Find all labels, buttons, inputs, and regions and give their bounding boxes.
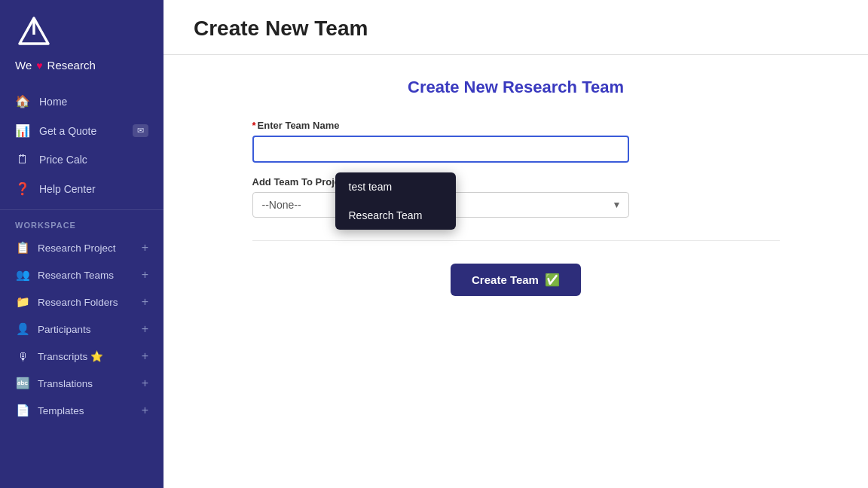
translations-icon: 🔤	[15, 377, 30, 390]
required-marker: *	[252, 120, 256, 131]
brand-text-we: We	[15, 59, 32, 72]
sidebar-nav: 🏠 Home 📊 Get a Quote ✉ 🗒 Price Calc ❓ He…	[0, 84, 164, 206]
create-team-button[interactable]: Create Team ✅	[451, 264, 581, 296]
sidebar-item-research-folders-label: Research Folders	[38, 297, 118, 308]
translations-add-btn[interactable]: +	[142, 377, 148, 390]
sidebar-item-research-folders[interactable]: 📁 Research Folders +	[0, 288, 164, 316]
add-team-label: Add Team To Project	[252, 176, 780, 188]
sidebar-item-help-center[interactable]: ❓ Help Center	[0, 174, 164, 203]
sidebar-item-participants[interactable]: 👤 Participants +	[0, 316, 164, 343]
form-container: Create New Research Team *Enter Team Nam…	[252, 78, 780, 296]
sidebar-item-price-calc[interactable]: 🗒 Price Calc	[0, 145, 164, 174]
team-name-group: *Enter Team Name test team Research Team	[252, 120, 780, 163]
create-btn-label: Create Team	[472, 273, 539, 286]
calc-icon: 🗒	[15, 153, 30, 166]
home-icon: 🏠	[15, 94, 30, 108]
autocomplete-item-research-team[interactable]: Research Team	[335, 201, 456, 230]
check-icon: ✅	[545, 273, 560, 287]
sidebar-item-quote-label: Get a Quote	[39, 125, 96, 137]
page-title: Create New Team	[194, 17, 838, 41]
sidebar: We ♥ Research 🏠 Home 📊 Get a Quote ✉ 🗒 P…	[0, 0, 164, 488]
transcripts-icon: 🎙	[15, 350, 30, 363]
transcripts-add-btn[interactable]: +	[142, 349, 148, 363]
form-heading: Create New Research Team	[252, 78, 780, 97]
research-teams-add-btn[interactable]: +	[142, 268, 148, 282]
sidebar-item-home-label: Home	[39, 96, 67, 108]
sidebar-item-research-teams[interactable]: 👥 Research Teams +	[0, 261, 164, 288]
add-team-project-group: Add Team To Project --None-- test team R…	[252, 176, 780, 218]
help-icon: ❓	[15, 181, 30, 196]
workspace-section-label: WORKSPACE	[0, 209, 164, 234]
participants-icon: 👤	[15, 322, 30, 336]
research-project-add-btn[interactable]: +	[142, 241, 148, 255]
research-folders-add-btn[interactable]: +	[142, 295, 148, 309]
templates-icon: 📄	[15, 404, 30, 417]
sidebar-item-research-teams-label: Research Teams	[38, 270, 114, 281]
page-header: Create New Team	[164, 0, 868, 55]
research-folders-icon: 📁	[15, 295, 30, 309]
sidebar-item-transcripts-label: Transcripts ⭐	[38, 350, 103, 362]
templates-add-btn[interactable]: +	[142, 404, 148, 417]
sidebar-item-transcripts[interactable]: 🎙 Transcripts ⭐ +	[0, 343, 164, 370]
autocomplete-item-test-team[interactable]: test team	[335, 172, 456, 201]
main-content: Create New Team Create New Research Team…	[164, 0, 868, 488]
create-btn-container: Create Team ✅	[252, 264, 780, 296]
sidebar-item-templates-label: Templates	[38, 405, 84, 416]
logo-icon	[15, 14, 53, 51]
sidebar-item-templates[interactable]: 📄 Templates +	[0, 397, 164, 424]
chart-icon: 📊	[15, 124, 30, 138]
sidebar-item-help-label: Help Center	[39, 183, 96, 195]
participants-add-btn[interactable]: +	[142, 322, 148, 336]
page-content: Create New Research Team *Enter Team Nam…	[164, 55, 868, 488]
divider	[252, 240, 780, 241]
sidebar-item-research-project[interactable]: 📋 Research Project +	[0, 234, 164, 261]
sidebar-item-translations[interactable]: 🔤 Translations +	[0, 370, 164, 397]
heart-icon: ♥	[36, 59, 42, 72]
logo-area	[0, 0, 164, 59]
sidebar-item-research-project-label: Research Project	[38, 242, 116, 254]
brand-text-research: Research	[47, 59, 96, 72]
autocomplete-dropdown: test team Research Team	[335, 172, 456, 230]
sidebar-item-translations-label: Translations	[38, 378, 93, 389]
sidebar-item-home[interactable]: 🏠 Home	[0, 87, 164, 116]
team-name-label-text: Enter Team Name	[258, 120, 340, 131]
research-teams-icon: 👥	[15, 268, 30, 282]
sidebar-item-get-a-quote[interactable]: 📊 Get a Quote ✉	[0, 116, 164, 145]
quote-badge: ✉	[133, 124, 148, 137]
research-project-icon: 📋	[15, 241, 30, 255]
sidebar-item-participants-label: Participants	[38, 324, 91, 335]
sidebar-item-pricecalc-label: Price Calc	[39, 154, 87, 166]
team-name-label: *Enter Team Name	[252, 120, 780, 131]
sidebar-brand: We ♥ Research	[0, 59, 164, 84]
team-name-input[interactable]	[252, 136, 629, 163]
